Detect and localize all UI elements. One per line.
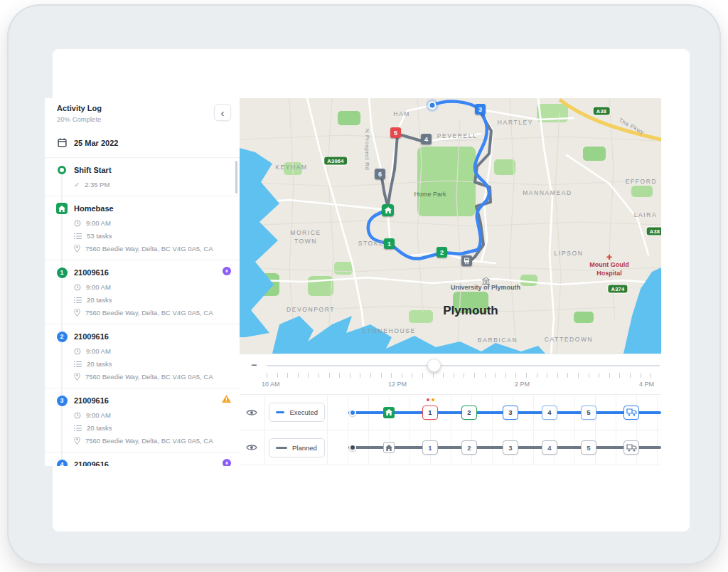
collapse-panel-button[interactable]: ‹ (214, 104, 231, 121)
map-marker-2[interactable]: 2 (437, 247, 447, 258)
current-location-icon (426, 99, 439, 112)
timeline-zoom-out-button[interactable]: − (247, 358, 261, 372)
planned-legend[interactable]: Planned (269, 438, 325, 457)
university-icon (482, 275, 490, 287)
tasks-icon (74, 297, 82, 304)
executed-stop-5[interactable]: 5 (581, 406, 596, 420)
road-badge-a38-east: A38 (647, 228, 661, 235)
map-marker-6[interactable]: 6 (375, 169, 385, 179)
stop-number-icon: 3 (56, 395, 68, 406)
list-item-stop-2[interactable]: 2 21009616 9:00 AM 20 tasks 7560 Beedie … (45, 324, 240, 388)
entry-time: 9:00 AM (86, 219, 111, 227)
timeline-slider-track[interactable] (267, 365, 660, 366)
map[interactable]: 5 3 4 6 1 2 HAM HARTLEY PEVERELL KEYHAM … (240, 98, 661, 354)
map-canvas (240, 98, 661, 354)
flash-badge-icon (223, 459, 231, 466)
check-icon: ✓ (74, 181, 80, 189)
entry-address: 7560 Beedie Way, Delta, BC V4G 0A5, CA (85, 309, 213, 317)
planned-stop-2[interactable]: 2 (461, 440, 477, 455)
shift-start-icon (56, 164, 68, 176)
planned-row: Planned 1 2 3 4 5 (240, 430, 661, 465)
list-item-stop-1[interactable]: 1 21009616 9:00 AM 20 tasks 7560 Beedie … (45, 260, 240, 324)
executed-legend[interactable]: Executed (269, 403, 325, 422)
timeline-tick-ruler (267, 373, 660, 378)
date-label: 25 Mar 2022 (74, 137, 230, 149)
planned-start-dot (349, 444, 356, 451)
stop-alert-dots (427, 398, 434, 401)
executed-stop-1[interactable]: 1 (422, 406, 438, 420)
planned-line-swatch (276, 447, 287, 449)
executed-stop-2[interactable]: 2 (461, 406, 477, 420)
pin-icon (74, 437, 80, 445)
activity-log-panel: Activity Log 20% Complete ‹ 25 Mar 2022 … (45, 98, 240, 466)
planned-stop-5[interactable]: 5 (581, 440, 596, 455)
clock-icon (74, 220, 81, 227)
planned-stop-1[interactable]: 1 (422, 440, 438, 455)
timeline-slider-handle[interactable] (427, 359, 441, 372)
toggle-executed-visibility-eye-icon[interactable] (246, 408, 257, 416)
pin-icon (74, 309, 80, 317)
executed-stop-3[interactable]: 3 (503, 406, 518, 420)
planned-home-icon[interactable] (383, 442, 395, 453)
entry-title: 21009616 (74, 267, 230, 278)
homebase-icon (56, 203, 68, 214)
entry-time: 9:00 AM (86, 411, 111, 419)
divider (264, 395, 265, 430)
tasks-icon (74, 233, 82, 240)
legend-label: Executed (289, 408, 318, 416)
executed-line-swatch (276, 411, 284, 413)
map-transit-icon[interactable] (461, 255, 472, 266)
panel-header: Activity Log 20% Complete ‹ (45, 98, 240, 129)
pin-icon (74, 245, 80, 253)
list-item-stop-3[interactable]: 3 21009616 9:00 AM 20 tasks 7560 Beedie … (45, 388, 240, 452)
tasks-icon (74, 361, 82, 368)
list-item-homebase[interactable]: Homebase 9:00 AM 53 tasks 7560 Beedie Wa… (45, 196, 240, 260)
executed-stop-4[interactable]: 4 (542, 406, 557, 420)
planned-stop-4[interactable]: 4 (542, 440, 557, 455)
time-tick-label: 12 PM (388, 381, 407, 388)
entry-address: 7560 Beedie Way, Delta, BC V4G 0A5, CA (85, 245, 213, 253)
entry-tasks: 53 tasks (87, 232, 112, 240)
planned-end-truck-icon[interactable] (623, 440, 639, 455)
map-marker-1[interactable]: 1 (384, 238, 395, 249)
executed-row: Executed 1 2 3 4 5 (240, 394, 661, 430)
map-homebase-icon[interactable] (382, 204, 394, 216)
map-marker-3[interactable]: 3 (475, 104, 486, 115)
entry-title: Shift Start (74, 164, 230, 176)
executed-start-dot (349, 409, 356, 416)
sidebar-scrollbar[interactable] (235, 161, 237, 194)
legend-label: Planned (292, 444, 317, 452)
divider (327, 430, 328, 465)
stop-number-icon: 1 (56, 267, 68, 278)
stop-number-icon: 2 (56, 331, 68, 342)
map-marker-5[interactable]: 5 (390, 127, 401, 138)
map-marker-4[interactable]: 4 (421, 134, 432, 144)
warning-icon (222, 395, 231, 403)
toggle-planned-visibility-eye-icon[interactable] (246, 444, 257, 452)
hospital-icon: ✚ (606, 254, 612, 261)
executed-home-icon[interactable] (383, 407, 395, 418)
entry-time: 2:35 PM (85, 181, 109, 189)
panel-progress: 20% Complete (57, 115, 102, 123)
divider (327, 395, 328, 430)
time-tick-label: 2 PM (515, 381, 530, 388)
planned-stop-3[interactable]: 3 (503, 440, 518, 455)
panel-title: Activity Log (57, 104, 102, 112)
calendar-icon (56, 137, 68, 148)
clock-icon (74, 412, 81, 419)
pin-icon (74, 373, 80, 381)
clock-icon (74, 348, 81, 355)
list-item-shift-start[interactable]: Shift Start ✓ 2:35 PM (45, 158, 240, 196)
executed-end-truck-icon[interactable] (623, 406, 639, 420)
entry-title: 21009616 (74, 459, 230, 466)
entry-title: 21009616 (74, 331, 230, 342)
list-item-stop-4[interactable]: 4 21009616 (45, 452, 240, 466)
tasks-icon (74, 425, 82, 432)
entry-title: Homebase (74, 203, 230, 214)
road-badge-a38: A38 (594, 107, 610, 115)
clock-icon (74, 284, 81, 291)
entry-title: 21009616 (74, 395, 230, 406)
divider (264, 430, 265, 465)
entry-address: 7560 Beedie Way, Delta, BC V4G 0A5, CA (85, 373, 213, 381)
timeline-panel: − 10 AM 12 PM 2 PM 4 PM Executed 1 2 3 4… (240, 354, 661, 467)
